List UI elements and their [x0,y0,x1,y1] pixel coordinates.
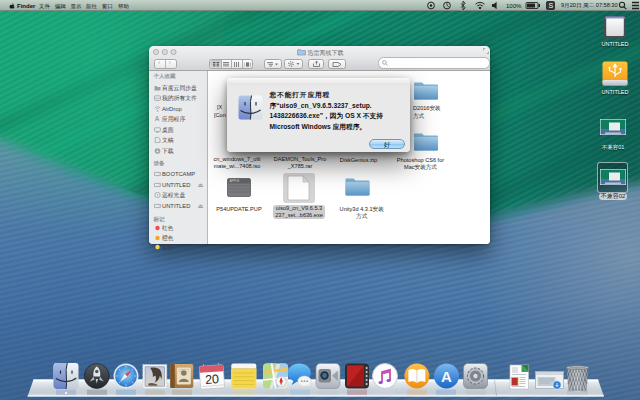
svg-text:A: A [441,368,452,385]
svg-text:9月20日 周二 07:58:30: 9月20日 周二 07:58:30 [561,2,618,9]
svg-text:20: 20 [205,372,220,387]
svg-text:APPLE: APPLE [229,179,239,183]
svg-text:100%: 100% [506,3,522,9]
svg-text:S: S [549,2,554,9]
svg-text:A: A [154,116,159,122]
